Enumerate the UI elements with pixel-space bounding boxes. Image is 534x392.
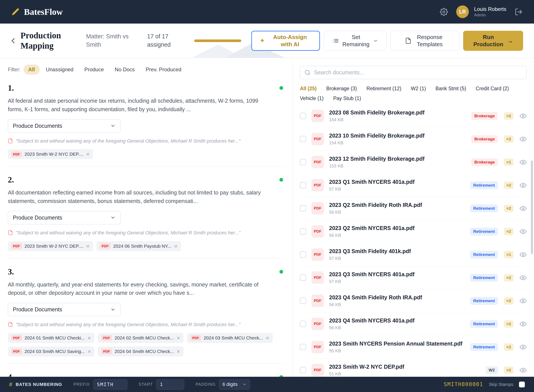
filter-pill[interactable]: All bbox=[23, 65, 40, 75]
document-row[interactable]: PDF 2023 Q3 Smith NYCERS 401a.pdf 57 KB … bbox=[300, 266, 527, 289]
preview-button[interactable] bbox=[520, 344, 527, 350]
chip-remove-icon[interactable]: × bbox=[174, 243, 177, 249]
document-checkbox[interactable] bbox=[300, 205, 306, 211]
auto-assign-ai-button[interactable]: ✦ Auto-Assign with AI bbox=[251, 31, 320, 51]
preview-button[interactable] bbox=[520, 274, 527, 281]
document-size: 51 KB bbox=[329, 372, 404, 377]
library-tab[interactable]: Brokerage (3) bbox=[326, 86, 357, 92]
attached-docs: PDF 2023 Smith W-2 NYC DEP.... × bbox=[8, 149, 284, 159]
padding-select[interactable]: 6 digits bbox=[219, 379, 250, 390]
set-remaining-button[interactable]: Set Remaining bbox=[324, 31, 387, 51]
filter-pill[interactable]: Prev. Produced bbox=[141, 65, 186, 75]
library-tab[interactable]: Vehicle (1) bbox=[300, 95, 324, 101]
document-row[interactable]: PDF 2023 10 Smith Fidelity Brokerage.pdf… bbox=[300, 127, 527, 151]
back-button[interactable] bbox=[9, 36, 18, 45]
start-input[interactable] bbox=[156, 379, 184, 390]
preview-button[interactable] bbox=[520, 182, 527, 189]
document-name: 2023 Q2 Smith NYCERS 401a.pdf bbox=[329, 225, 415, 231]
logout-icon bbox=[515, 8, 523, 16]
skip-stamps-checkbox[interactable] bbox=[519, 382, 525, 387]
attached-doc-chip[interactable]: PDF 2024 03 Smith MCU Check... × bbox=[187, 333, 273, 343]
logout-button[interactable] bbox=[515, 8, 523, 16]
document-row[interactable]: PDF 2023 Smith NYCERS Pension Annual Sta… bbox=[300, 336, 527, 359]
document-row[interactable]: PDF 2023 Q2 Smith NYCERS 401a.pdf 56 KB … bbox=[300, 220, 527, 243]
attached-doc-chip[interactable]: PDF 2024 06 Smith Paystub NY... × bbox=[97, 241, 181, 251]
list-icon bbox=[332, 37, 339, 44]
chip-remove-icon[interactable]: × bbox=[177, 335, 180, 341]
pdf-icon: PDF bbox=[311, 341, 324, 353]
settings-button[interactable] bbox=[440, 8, 448, 16]
prefix-input[interactable] bbox=[93, 379, 127, 390]
pencil-icon bbox=[11, 8, 20, 16]
filter-pill[interactable]: Produce bbox=[79, 65, 109, 75]
usage-count-badge: ×2 bbox=[504, 228, 514, 235]
document-row[interactable]: PDF 2023 Q2 Smith Fidelity Roth IRA.pdf … bbox=[300, 197, 527, 220]
library-tab[interactable]: W2 (1) bbox=[411, 86, 426, 92]
library-tab[interactable]: Retirement (12) bbox=[366, 86, 401, 92]
set-remaining-label: Set Remaining bbox=[342, 33, 370, 48]
chip-remove-icon[interactable]: × bbox=[88, 335, 91, 341]
document-row[interactable]: PDF 2023 Q4 Smith NYCERS 401a.pdf 56 KB … bbox=[300, 313, 527, 336]
filter-pill[interactable]: No Docs bbox=[110, 65, 139, 75]
pdf-icon: PDF bbox=[11, 349, 22, 354]
library-tab[interactable]: All (25) bbox=[300, 86, 317, 92]
attached-doc-chip[interactable]: PDF 2024 02 Smith MCU Check... × bbox=[98, 333, 184, 343]
chevron-down-icon bbox=[110, 215, 116, 220]
chip-doc-name: 2023 Smith W-2 NYC DEP.... bbox=[25, 152, 84, 157]
preview-button[interactable] bbox=[520, 367, 527, 374]
request-number: 2. bbox=[8, 175, 14, 184]
chip-remove-icon[interactable]: × bbox=[86, 151, 90, 157]
document-checkbox[interactable] bbox=[300, 367, 306, 373]
document-name: 2023 Q4 Smith Fidelity Roth IRA.pdf bbox=[329, 294, 422, 301]
document-checkbox[interactable] bbox=[300, 136, 306, 142]
request-description: All federal and state personal income ta… bbox=[8, 97, 268, 114]
preview-button[interactable] bbox=[520, 205, 527, 212]
response-templates-button[interactable]: Response Templates bbox=[390, 31, 459, 51]
library-tab[interactable]: Bank Stmt (5) bbox=[436, 86, 466, 92]
attached-doc-chip[interactable]: PDF 2024 04 Smith MCU Check... × bbox=[98, 346, 184, 356]
attached-doc-chip[interactable]: PDF 2023 Smith W-2 NYC DEP.... × bbox=[8, 241, 93, 251]
action-select[interactable]: Produce Documents bbox=[8, 211, 121, 224]
document-checkbox[interactable] bbox=[300, 321, 306, 327]
scrollbar-thumb[interactable] bbox=[531, 160, 533, 254]
document-row[interactable]: PDF 2023 Q1 Smith NYCERS 401a.pdf 57 KB … bbox=[300, 174, 527, 197]
preview-button[interactable] bbox=[520, 321, 527, 327]
preview-button[interactable] bbox=[520, 159, 527, 166]
request-item: 2. All documentation reflecting earned i… bbox=[8, 166, 284, 258]
document-checkbox[interactable] bbox=[300, 275, 306, 281]
document-checkbox[interactable] bbox=[300, 344, 306, 350]
library-tab[interactable]: Credit Card (2) bbox=[476, 86, 509, 92]
document-checkbox[interactable] bbox=[300, 182, 306, 188]
document-checkbox[interactable] bbox=[300, 251, 306, 258]
document-row[interactable]: PDF 2023 12 Smith Fidelity Brokerage.pdf… bbox=[300, 151, 527, 174]
run-production-button[interactable]: Run Production → bbox=[463, 31, 523, 51]
document-checkbox[interactable] bbox=[300, 298, 306, 304]
filter-pill[interactable]: Unassigned bbox=[41, 65, 78, 75]
category-badge: Brokerage bbox=[471, 112, 498, 120]
preview-button[interactable] bbox=[520, 251, 527, 258]
gear-icon bbox=[440, 8, 448, 16]
library-tab[interactable]: Pay Stub (1) bbox=[333, 95, 361, 101]
document-checkbox[interactable] bbox=[300, 228, 306, 235]
preview-button[interactable] bbox=[520, 228, 527, 235]
chip-remove-icon[interactable]: × bbox=[266, 335, 269, 341]
document-checkbox[interactable] bbox=[300, 113, 306, 119]
preview-button[interactable] bbox=[520, 135, 527, 143]
chip-remove-icon[interactable]: × bbox=[177, 349, 180, 354]
user-avatar[interactable]: LR bbox=[456, 5, 469, 18]
attached-doc-chip[interactable]: PDF 2024 01 Smith MCU Checki... × bbox=[8, 333, 94, 343]
document-size: 57 KB bbox=[329, 279, 415, 284]
document-row[interactable]: PDF 2023 Q3 Smith Fidelity 401k.pdf 57 K… bbox=[300, 243, 527, 266]
chip-remove-icon[interactable]: × bbox=[88, 349, 91, 354]
action-select[interactable]: Produce Documents bbox=[8, 303, 121, 316]
document-checkbox[interactable] bbox=[300, 159, 306, 165]
preview-button[interactable] bbox=[520, 297, 527, 304]
preview-button[interactable] bbox=[520, 112, 527, 120]
document-row[interactable]: PDF 2023 08 Smith Fidelity Brokerage.pdf… bbox=[300, 104, 527, 127]
document-row[interactable]: PDF 2023 Q4 Smith Fidelity Roth IRA.pdf … bbox=[300, 289, 527, 313]
attached-doc-chip[interactable]: PDF 2023 Smith W-2 NYC DEP.... × bbox=[8, 149, 93, 159]
action-select[interactable]: Produce Documents bbox=[8, 119, 121, 133]
attached-doc-chip[interactable]: PDF 2024 03 Smith MCU Saving... × bbox=[8, 346, 94, 356]
search-input[interactable] bbox=[314, 69, 522, 76]
chip-remove-icon[interactable]: × bbox=[86, 243, 90, 249]
